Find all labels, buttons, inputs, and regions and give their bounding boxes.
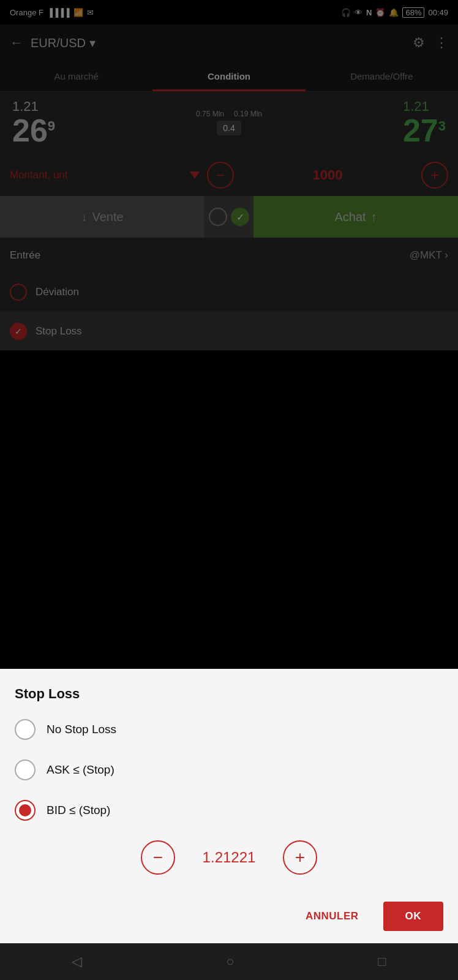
ask-stop-label: ASK ≤ (Stop) xyxy=(47,763,114,777)
ok-button[interactable]: OK xyxy=(383,902,444,931)
cancel-button[interactable]: ANNULER xyxy=(296,904,369,929)
stop-loss-modal: Stop Loss No Stop Loss ASK ≤ (Stop) BID … xyxy=(0,669,458,943)
no-stop-loss-radio[interactable] xyxy=(15,719,36,740)
no-stop-loss-label: No Stop Loss xyxy=(47,723,116,736)
ask-stop-radio[interactable] xyxy=(15,760,36,780)
modal-decrement-button[interactable]: − xyxy=(141,840,175,875)
modal-value-row: − 1.21221 + xyxy=(15,840,443,875)
option-ask-stop[interactable]: ASK ≤ (Stop) xyxy=(15,760,443,780)
app-wrapper: Orange F ▐▐▐▐ 📶 ✉ 🎧 👁 N ⏰ 🔔 68% 00:49 ← … xyxy=(0,0,458,980)
option-bid-stop[interactable]: BID ≤ (Stop) xyxy=(15,800,443,821)
modal-actions: ANNULER OK xyxy=(15,892,443,943)
modal-increment-button[interactable]: + xyxy=(283,840,317,875)
modal-title: Stop Loss xyxy=(15,686,443,702)
option-no-stop-loss[interactable]: No Stop Loss xyxy=(15,719,443,740)
modal-value: 1.21221 xyxy=(192,849,266,866)
bid-stop-radio[interactable] xyxy=(15,800,36,821)
bid-stop-label: BID ≤ (Stop) xyxy=(47,804,110,817)
